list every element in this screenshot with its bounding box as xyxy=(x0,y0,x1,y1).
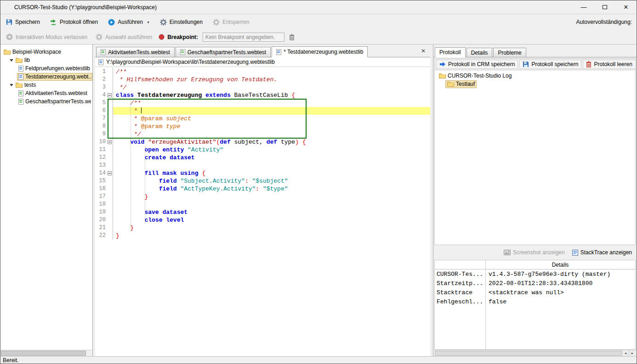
webtest-file-icon xyxy=(18,90,23,96)
open-log-button[interactable]: Protokoll öffnen xyxy=(48,17,100,27)
screenshot-button[interactable]: Screenshot anzeigen xyxy=(504,249,565,256)
fold-toggle-icon[interactable] xyxy=(108,93,112,97)
code-text: */ xyxy=(113,130,430,138)
fold-toggle-icon[interactable] xyxy=(108,140,112,144)
expand-arrow-icon[interactable] xyxy=(10,84,13,86)
unlock-button[interactable]: Entsperren xyxy=(211,17,251,27)
line-number: 14 xyxy=(95,169,107,177)
close-button[interactable]: ✕ xyxy=(615,0,637,14)
row-value: false xyxy=(485,298,635,305)
tab-testdatenerzeugung[interactable]: * Testdatenerzeugung.webtestlib xyxy=(272,46,368,57)
fold-toggle-icon[interactable] xyxy=(108,171,112,175)
tree-hscrollbar[interactable] xyxy=(0,350,92,356)
code-editor[interactable]: 1/**2 * Hilfsmethoden zur Erzeugung von … xyxy=(95,67,430,356)
tab-protokoll[interactable]: Protokoll xyxy=(435,47,466,57)
table-row[interactable]: Fehlgeschl... false xyxy=(435,297,635,306)
maximize-icon xyxy=(603,5,607,9)
code-line[interactable]: 19 save dataset xyxy=(95,208,430,216)
titlebar[interactable]: CURSOR-Test-Studio (Y:\playground\Beispi… xyxy=(0,0,637,14)
protokoll-clear-button[interactable]: Protokoll leeren xyxy=(583,60,635,69)
scroll-right-icon[interactable]: ► xyxy=(629,350,636,356)
code-line[interactable]: 12 create dataset xyxy=(95,154,430,162)
fold-column xyxy=(107,123,113,130)
file-path: Y:\playground\Beispiel-Workspace\lib\Tes… xyxy=(106,59,275,65)
tree-item-tests[interactable]: tests xyxy=(0,81,92,89)
breakpoint-input[interactable] xyxy=(203,33,284,42)
tree-item-beispiel-workspace[interactable]: Beispiel-Workspace xyxy=(0,48,92,56)
code-line[interactable]: 21 } xyxy=(95,224,430,232)
tree-item-feldpruefungen-webtestlib[interactable]: Feldpruefungen.webtestlib xyxy=(0,64,92,73)
code-line[interactable]: 9 */ xyxy=(95,130,430,138)
text-cursor xyxy=(141,107,142,113)
main-area: Beispiel-WorkspacelibFeldpruefungen.webt… xyxy=(0,44,637,356)
fold-column xyxy=(107,68,113,76)
code-line[interactable]: 17 } xyxy=(95,193,430,201)
webtestlib-file-icon xyxy=(276,49,281,55)
tab-geschaeftspartnertests[interactable]: GeschaeftspartnerTests.webtest xyxy=(176,47,271,57)
code-line[interactable]: 6 * xyxy=(95,107,430,115)
line-number: 4 xyxy=(95,91,107,99)
tab-probleme[interactable]: Probleme xyxy=(493,48,526,57)
line-number: 8 xyxy=(95,123,107,130)
code-line[interactable]: 18 xyxy=(95,201,430,208)
scroll-thumb[interactable] xyxy=(435,351,621,356)
tree-item-aktivitaetentests-webtest[interactable]: AktivitaetenTests.webtest xyxy=(0,89,92,97)
tree-item-lib[interactable]: lib xyxy=(0,56,92,64)
tab-details[interactable]: Details xyxy=(466,48,493,57)
code-line[interactable]: 20 close level xyxy=(95,216,430,224)
unlock-icon xyxy=(213,19,220,26)
save-icon xyxy=(523,61,529,67)
run-button[interactable]: Ausführen ▼ xyxy=(106,17,152,27)
log-testlauf-item[interactable]: Testlauf xyxy=(435,80,635,88)
code-line[interactable]: 15 field "Subject.Activity": "$subject" xyxy=(95,177,430,185)
code-line[interactable]: 4class Testdatenerzeugung extends BaseTe… xyxy=(95,91,430,99)
line-number: 19 xyxy=(95,208,107,216)
tab-aktivitaetentests[interactable]: AktivitaetenTests.webtest xyxy=(96,47,175,57)
tree-item-geschaeftspartnertests-we[interactable]: GeschaeftspartnerTests.we... xyxy=(0,97,92,106)
code-line[interactable]: 7 * @param subject xyxy=(95,115,430,123)
code-line[interactable]: 14 fill mask using { xyxy=(95,169,430,177)
minimize-button[interactable]: — xyxy=(573,0,594,14)
tab-close-icon[interactable]: ✕ xyxy=(421,48,426,54)
tab-label: GeschaeftspartnerTests.webtest xyxy=(188,49,266,56)
webtestlib-file-icon xyxy=(18,74,23,80)
table-row[interactable]: CURSOR-Tes... v1.4.3-587-g75e96e3-dirty … xyxy=(435,269,635,279)
expand-arrow-icon[interactable] xyxy=(10,59,13,62)
save-button[interactable]: Speichern xyxy=(4,17,42,27)
leave-interactive-button[interactable]: Interaktiven Modus verlassen xyxy=(4,32,89,42)
webtestlib-file-icon xyxy=(18,66,23,72)
scroll-track[interactable] xyxy=(434,350,622,356)
code-line[interactable]: 10 void "erzeugeAktivitaet"(def subject,… xyxy=(95,138,430,146)
code-text: close level xyxy=(113,216,430,224)
code-line[interactable]: 13 xyxy=(95,162,430,169)
line-number: 2 xyxy=(95,76,107,84)
maximize-button[interactable] xyxy=(594,0,615,14)
table-row[interactable]: Stacktrace <stacktrace was null> xyxy=(435,288,635,297)
tab-label: * Testdatenerzeugung.webtestlib xyxy=(284,49,363,55)
code-text: create dataset xyxy=(113,154,430,162)
code-text: class Testdatenerzeugung extends BaseTes… xyxy=(113,91,430,99)
code-line[interactable]: 16 field "ActTypeKey.Activity": "$type" xyxy=(95,185,430,193)
tree-item-testdatenerzeugung-webt[interactable]: Testdatenerzeugung.webt... xyxy=(0,73,92,81)
protokoll-save-button[interactable]: Protokoll speichern xyxy=(519,60,581,69)
stacktrace-button[interactable]: StackTrace anzeigen xyxy=(572,249,632,256)
log-root-item[interactable]: CURSOR-Test-Studio Log xyxy=(435,72,635,80)
code-line[interactable]: 2 * Hilfsmethoden zur Erzeugung von Test… xyxy=(95,76,430,84)
tree-scroll-thumb[interactable] xyxy=(1,351,86,356)
settings-button[interactable]: Einstellungen xyxy=(158,17,205,27)
scroll-left-icon[interactable]: ◄ xyxy=(622,350,629,356)
details-hscrollbar[interactable]: ◄ ► xyxy=(434,350,636,356)
code-line[interactable]: 1/** xyxy=(95,68,430,76)
code-line[interactable]: 22} xyxy=(95,232,430,240)
settings-label: Einstellungen xyxy=(170,19,203,25)
code-line[interactable]: 8 * @param type xyxy=(95,123,430,130)
code-line[interactable]: 5 /** xyxy=(95,99,430,107)
code-line[interactable]: 11 open entity "Activity" xyxy=(95,146,430,154)
run-selection-button[interactable]: Auswahl ausführen xyxy=(94,32,154,42)
stacktrace-label: StackTrace anzeigen xyxy=(580,249,632,256)
run-dropdown-icon[interactable]: ▼ xyxy=(147,21,150,24)
code-line[interactable]: 3 */ xyxy=(95,84,430,91)
delete-breakpoint-icon[interactable] xyxy=(289,34,295,40)
protokoll-crm-save-button[interactable]: Protokoll in CRM speichern xyxy=(436,60,518,69)
table-row[interactable]: Startzeitp... 2022-08-01T12:28:33.434381… xyxy=(435,279,635,288)
